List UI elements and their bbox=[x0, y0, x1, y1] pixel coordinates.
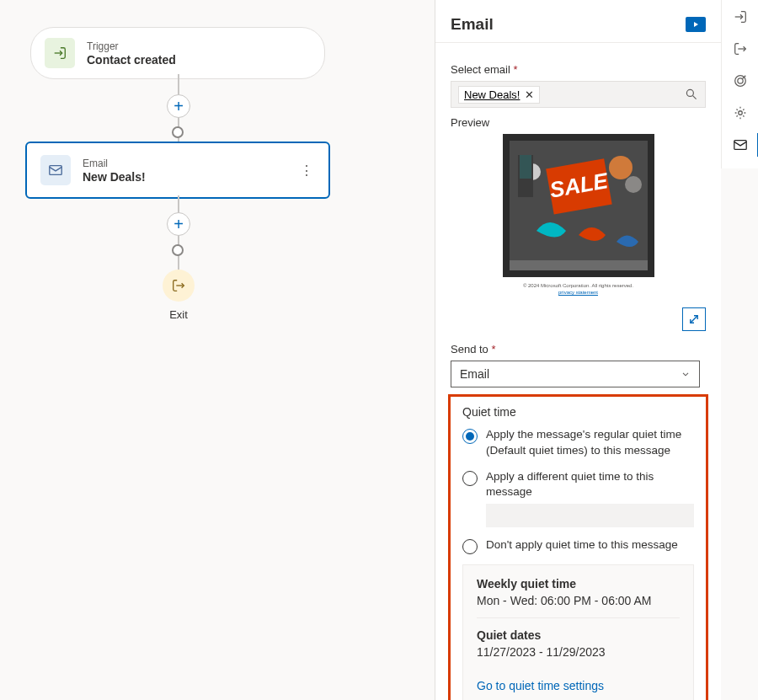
quiet-option-regular[interactable]: Apply the message's regular quiet time (… bbox=[462, 427, 694, 459]
properties-panel: Email Select email * New Deals! ✕ Previe… bbox=[435, 0, 721, 700]
preview-caption: © 2024 Microsoft Corporation. All rights… bbox=[451, 282, 706, 297]
add-step-button[interactable]: + bbox=[167, 212, 190, 236]
right-rail bbox=[721, 0, 758, 168]
email-chip-name[interactable]: New Deals! bbox=[464, 88, 520, 101]
email-node-label: Email bbox=[83, 158, 146, 169]
preview-image: SALE bbox=[503, 134, 654, 277]
rail-settings-icon[interactable] bbox=[732, 104, 749, 121]
quiet-summary: Weekly quiet time Mon - Wed: 06:00 PM - … bbox=[462, 564, 694, 700]
rail-exit-icon[interactable] bbox=[732, 40, 749, 57]
envelope-icon bbox=[40, 155, 71, 185]
enter-icon bbox=[45, 38, 75, 68]
journey-canvas: Trigger Contact created + Email New Deal… bbox=[0, 0, 435, 700]
send-to-select[interactable]: Email bbox=[451, 361, 700, 387]
weekly-quiet-title: Weekly quiet time bbox=[477, 577, 680, 590]
panel-header: Email bbox=[435, 0, 721, 43]
email-node-title: New Deals! bbox=[83, 170, 146, 184]
add-step-button[interactable]: + bbox=[167, 94, 190, 118]
preview-box: SALE © 2024 Microsoft Corporation. All r… bbox=[451, 134, 706, 331]
quiet-time-title: Quiet time bbox=[462, 405, 694, 419]
different-quiet-select-disabled bbox=[486, 504, 694, 527]
svg-rect-16 bbox=[734, 141, 745, 150]
quiet-time-section: Quiet time Apply the message's regular q… bbox=[448, 394, 708, 700]
quiet-dates-title: Quiet dates bbox=[477, 628, 680, 642]
svg-point-8 bbox=[625, 176, 642, 193]
send-to-label: Send to * bbox=[451, 343, 706, 355]
radio-icon[interactable] bbox=[462, 471, 478, 486]
trigger-title: Contact created bbox=[87, 53, 176, 67]
test-send-button[interactable] bbox=[686, 17, 706, 32]
svg-rect-12 bbox=[520, 155, 531, 179]
radio-checked-icon[interactable] bbox=[462, 429, 478, 444]
exit-node: Exit bbox=[162, 270, 195, 321]
svg-point-7 bbox=[609, 156, 633, 179]
trigger-label: Trigger bbox=[87, 40, 176, 52]
svg-point-14 bbox=[737, 78, 742, 83]
remove-chip-icon[interactable]: ✕ bbox=[525, 88, 534, 101]
radio-icon[interactable] bbox=[462, 539, 478, 554]
trigger-node[interactable]: Trigger Contact created bbox=[30, 27, 325, 79]
node-more-button[interactable]: ⋮ bbox=[298, 163, 315, 179]
svg-point-2 bbox=[686, 89, 693, 96]
svg-point-15 bbox=[738, 111, 742, 115]
select-email-label: Select email * bbox=[451, 63, 706, 76]
quiet-option-different[interactable]: Apply a different quiet time to this mes… bbox=[462, 469, 694, 501]
send-to-value: Email bbox=[460, 367, 489, 381]
quiet-settings-link[interactable]: Go to quiet time settings bbox=[477, 679, 680, 697]
rail-email-icon[interactable] bbox=[732, 136, 749, 153]
email-node[interactable]: Email New Deals! ⋮ bbox=[25, 142, 330, 199]
rail-goal-icon[interactable] bbox=[732, 72, 749, 89]
expand-preview-button[interactable] bbox=[682, 307, 706, 331]
weekly-quiet-value: Mon - Wed: 06:00 PM - 06:00 AM bbox=[477, 594, 680, 607]
quiet-dates-value: 11/27/2023 - 11/29/2023 bbox=[477, 645, 680, 659]
rail-enter-icon[interactable] bbox=[732, 8, 749, 25]
panel-title: Email bbox=[451, 15, 686, 34]
svg-rect-10 bbox=[510, 260, 648, 270]
select-email-input[interactable]: New Deals! ✕ bbox=[451, 81, 706, 108]
connector-endpoint bbox=[172, 244, 184, 256]
exit-label: Exit bbox=[162, 308, 195, 321]
chevron-down-icon bbox=[681, 369, 691, 379]
connector-endpoint bbox=[172, 126, 184, 138]
svg-rect-0 bbox=[50, 166, 61, 175]
search-icon[interactable] bbox=[685, 88, 698, 101]
preview-label: Preview bbox=[451, 116, 706, 129]
email-chip: New Deals! ✕ bbox=[458, 86, 540, 104]
exit-icon bbox=[163, 270, 195, 302]
quiet-option-none[interactable]: Don't apply quiet time to this message bbox=[462, 537, 694, 554]
